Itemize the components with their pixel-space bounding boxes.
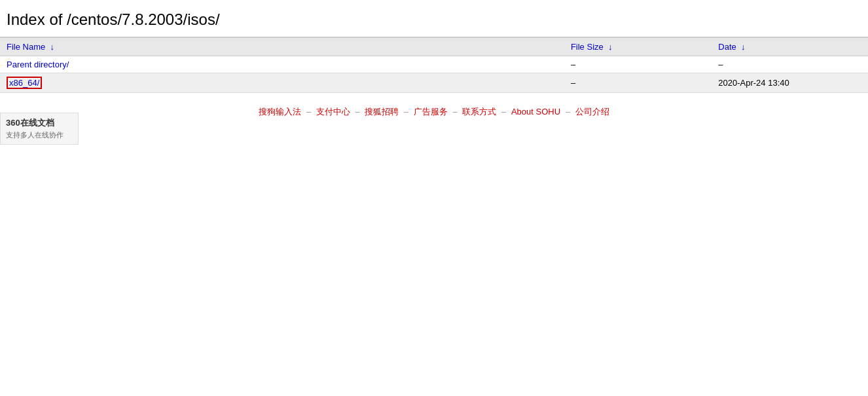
widget-subtitle: 支持多人在线协作 [6, 130, 73, 140]
file-table: File Name ↓ File Size ↓ Date ↓ Parent di… [0, 37, 868, 93]
sort-name-link[interactable]: File Name ↓ [7, 42, 54, 52]
table-header-row: File Name ↓ File Size ↓ Date ↓ [0, 37, 868, 56]
column-header-date: Date ↓ [712, 37, 868, 56]
column-header-name: File Name ↓ [0, 37, 564, 56]
x86-link-highlight-box: x86_64/ [7, 77, 42, 89]
footer-separator: – [355, 107, 360, 117]
widget-title: 360在线文档 [6, 117, 73, 129]
footer-links: 搜狗输入法 – 支付中心 – 搜狐招聘 – 广告服务 – 联系方式 – Abou… [0, 106, 868, 118]
column-header-size: File Size ↓ [564, 37, 712, 56]
file-size-cell: – [564, 56, 712, 73]
footer-link-company[interactable]: 公司介绍 [575, 107, 609, 117]
footer-separator: – [404, 107, 408, 117]
floating-widget: 360在线文档 支持多人在线协作 [0, 113, 79, 145]
footer-separator: – [566, 107, 570, 117]
footer-link-payment[interactable]: 支付中心 [316, 107, 350, 117]
footer-link-about[interactable]: About SOHU [511, 107, 560, 117]
footer-separator: – [501, 107, 506, 117]
parent-directory-link[interactable]: Parent directory/ [7, 60, 69, 69]
page-title: Index of /centos/7.8.2003/isos/ [0, 0, 868, 37]
x86-64-link[interactable]: x86_64/ [9, 78, 39, 88]
footer-link-ads[interactable]: 广告服务 [414, 107, 448, 117]
footer-separator: – [306, 107, 311, 117]
file-name-cell: Parent directory/ [0, 56, 564, 73]
footer-link-contact[interactable]: 联系方式 [462, 107, 496, 117]
file-date-cell: 2020-Apr-24 13:40 [712, 73, 868, 93]
sort-date-link[interactable]: Date ↓ [718, 42, 745, 52]
file-size-cell: – [564, 73, 712, 93]
table-row: x86_64/ – 2020-Apr-24 13:40 [0, 73, 868, 93]
sort-size-link[interactable]: File Size ↓ [571, 42, 613, 52]
file-date-cell: – [712, 56, 868, 73]
footer-link-sougou[interactable]: 搜狗输入法 [259, 107, 301, 117]
footer-separator: – [453, 107, 458, 117]
file-name-cell: x86_64/ [0, 73, 564, 93]
footer-link-recruit[interactable]: 搜狐招聘 [365, 107, 399, 117]
table-row: Parent directory/ – – [0, 56, 868, 73]
